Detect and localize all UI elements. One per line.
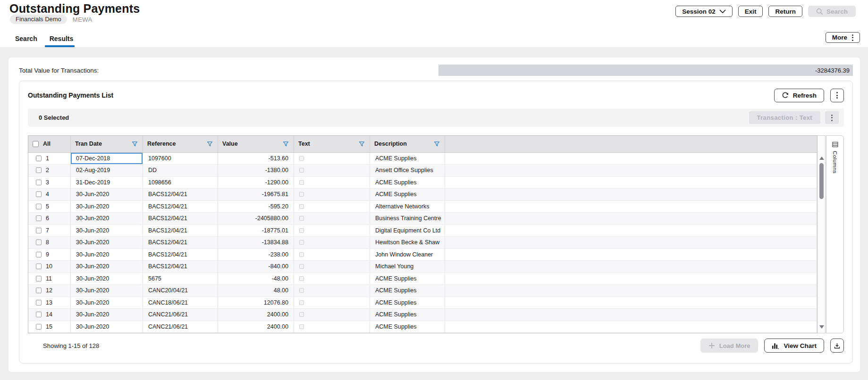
row-checkbox[interactable] [36,288,42,293]
load-more-button[interactable]: Load More [700,339,758,353]
cell-reference[interactable]: BACS12/04/21 [143,189,218,200]
cell-value[interactable]: -1380.00 [218,165,294,176]
row-checkbox[interactable] [36,312,42,317]
cell-reference[interactable]: CANC21/06/21 [143,321,218,333]
column-header-value[interactable]: Value [218,136,294,152]
cell-value[interactable]: -13834.88 [218,237,294,248]
cell-value[interactable]: 12076.80 [218,297,294,309]
cell-tran-date[interactable]: 30-Jun-2020 [71,201,143,213]
scrollbar-thumb[interactable] [819,163,824,199]
cell-value[interactable]: 48.00 [218,285,294,297]
text-checkbox[interactable] [299,180,304,185]
column-header-tran-date[interactable]: Tran Date [71,136,143,152]
tab-search[interactable]: Search [15,35,37,47]
cell-value[interactable]: -48.00 [218,273,294,285]
search-button[interactable]: Search [808,6,856,17]
cell-value[interactable]: 2400.00 [218,321,294,333]
cell-tran-date[interactable]: 30-Jun-2020 [71,273,143,285]
return-button[interactable]: Return [768,6,802,17]
row-checkbox[interactable] [36,156,42,161]
view-chart-button[interactable]: View Chart [764,339,824,353]
transaction-text-button[interactable]: Transaction : Text [749,111,820,124]
cell-value[interactable]: -238.00 [218,249,294,261]
cell-reference[interactable]: 1098656 [143,177,218,189]
row-checkbox[interactable] [36,228,42,233]
text-checkbox[interactable] [299,240,304,245]
cell-value[interactable]: -19675.81 [218,189,294,200]
list-menu-button[interactable] [830,89,844,102]
scroll-down-icon[interactable] [819,325,824,329]
select-all-checkbox[interactable] [33,141,39,147]
text-checkbox[interactable] [299,288,304,293]
column-header-text[interactable]: Text [294,136,370,152]
cell-value[interactable]: 2400.00 [218,309,294,321]
row-checkbox[interactable] [36,215,42,221]
text-checkbox[interactable] [299,168,304,173]
filter-icon[interactable] [131,140,138,148]
cell-tran-date[interactable]: 30-Jun-2020 [71,249,143,261]
row-checkbox[interactable] [36,240,42,245]
row-checkbox[interactable] [36,167,42,173]
column-header-description[interactable]: Description [370,136,445,152]
toolbar-menu-button[interactable] [825,111,839,124]
text-checkbox[interactable] [299,156,304,161]
row-checkbox[interactable] [36,264,42,269]
filter-icon[interactable] [282,140,289,148]
cell-description[interactable]: Hewitson Becke & Shaw [370,237,445,248]
vertical-scrollbar[interactable] [817,135,826,333]
row-checkbox[interactable] [36,300,42,306]
cell-description[interactable]: ACME Supplies [370,297,445,309]
cell-value[interactable]: -840.00 [218,261,294,273]
cell-tran-date[interactable]: 30-Jun-2020 [71,189,143,200]
cell-description[interactable]: ACME Supplies [370,273,445,285]
session-dropdown-button[interactable]: Session 02 [675,6,733,17]
cell-description[interactable]: ACME Supplies [370,177,445,189]
cell-tran-date[interactable]: 02-Aug-2019 [71,165,143,176]
cell-value[interactable]: -513.60 [218,153,294,165]
cell-description[interactable]: Alternative Networks [370,201,445,213]
cell-reference[interactable]: CANC20/04/21 [143,285,218,297]
cell-reference[interactable]: BACS12/04/21 [143,213,218,224]
cell-tran-date[interactable]: 30-Jun-2020 [71,285,143,297]
cell-description[interactable]: John Window Cleaner [370,249,445,261]
cell-reference[interactable]: 5675 [143,273,218,285]
cell-description[interactable]: ACME Supplies [370,321,445,333]
text-checkbox[interactable] [299,276,304,281]
refresh-button[interactable]: Refresh [774,89,824,102]
cell-tran-date[interactable]: 30-Jun-2020 [71,225,143,237]
text-checkbox[interactable] [299,312,304,317]
cell-reference[interactable]: 1097600 [143,153,218,165]
text-checkbox[interactable] [299,228,304,233]
cell-tran-date[interactable]: 30-Jun-2020 [71,237,143,248]
cell-tran-date[interactable]: 30-Jun-2020 [71,321,143,333]
row-checkbox[interactable] [36,204,42,209]
cell-reference[interactable]: BACS12/04/21 [143,237,218,248]
text-checkbox[interactable] [299,192,304,197]
row-checkbox[interactable] [36,324,42,330]
filter-icon[interactable] [358,140,365,148]
row-checkbox[interactable] [36,191,42,197]
text-checkbox[interactable] [299,216,304,221]
cell-description[interactable]: ACME Supplies [370,285,445,297]
cell-description[interactable]: Michael Young [370,261,445,273]
cell-description[interactable]: Business Training Centre [370,213,445,224]
cell-tran-date[interactable]: 30-Jun-2020 [71,309,143,321]
columns-panel-toggle[interactable]: Columns [826,135,844,333]
cell-tran-date[interactable]: 30-Jun-2020 [71,261,143,273]
filter-icon[interactable] [206,140,213,148]
cell-reference[interactable]: BACS12/04/21 [143,249,218,261]
cell-reference[interactable]: BACS12/04/21 [143,201,218,213]
cell-description[interactable]: ACME Supplies [370,153,445,165]
filter-icon[interactable] [433,140,440,148]
cell-reference[interactable]: CANC21/06/21 [143,309,218,321]
scroll-up-icon[interactable] [819,157,824,160]
cell-tran-date[interactable]: 31-Dec-2019 [71,177,143,189]
text-checkbox[interactable] [299,204,304,209]
row-checkbox[interactable] [36,252,42,257]
cell-value[interactable]: -2405880.00 [218,213,294,224]
cell-reference[interactable]: CANC18/06/21 [143,297,218,309]
cell-description[interactable]: ACME Supplies [370,189,445,200]
cell-description[interactable]: Digital Equipment Co Ltd [370,225,445,237]
cell-tran-date[interactable]: 30-Jun-2020 [71,297,143,309]
exit-button[interactable]: Exit [738,6,763,17]
